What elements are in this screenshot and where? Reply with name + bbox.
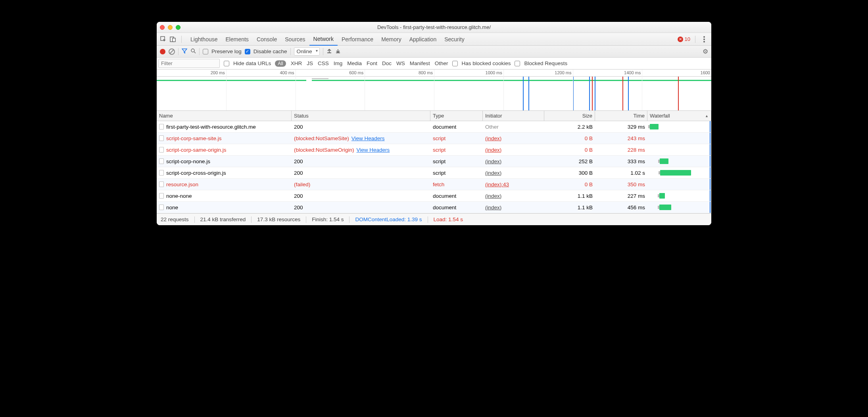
tab-performance[interactable]: Performance — [338, 33, 377, 46]
error-count: 10 — [685, 36, 690, 42]
request-type: fetch — [430, 179, 483, 190]
filter-input[interactable] — [158, 59, 220, 68]
request-size: 0 B — [544, 144, 595, 155]
column-waterfall[interactable]: Waterfall▲ — [647, 111, 711, 121]
table-row[interactable]: none-none200document(index)1.1 kB227 ms — [157, 190, 711, 202]
filter-type-manifest[interactable]: Manifest — [410, 60, 430, 66]
initiator-link: Other — [485, 124, 499, 130]
inspect-icon[interactable] — [160, 36, 167, 43]
request-status: 200 — [294, 170, 303, 176]
request-name: none-none — [166, 193, 192, 199]
request-time: 228 ms — [595, 144, 647, 155]
clear-button[interactable] — [169, 48, 175, 55]
initiator-link[interactable]: (index) — [485, 147, 501, 153]
file-icon — [159, 170, 164, 176]
request-time: 1.02 s — [595, 167, 647, 178]
blocked-requests-checkbox[interactable] — [515, 61, 520, 66]
waterfall-cell — [647, 190, 711, 201]
filter-type-doc[interactable]: Doc — [382, 60, 392, 66]
filter-type-css[interactable]: CSS — [318, 60, 329, 66]
view-headers-link[interactable]: View Headers — [357, 147, 390, 153]
filter-type-js[interactable]: JS — [307, 60, 313, 66]
download-har-icon[interactable] — [335, 48, 341, 55]
table-row[interactable]: script-corp-none.js200script(index)252 B… — [157, 156, 711, 167]
column-initiator[interactable]: Initiator — [483, 111, 544, 121]
request-size: 0 B — [544, 133, 595, 144]
initiator-link[interactable]: (index) — [485, 193, 501, 199]
record-button[interactable] — [160, 49, 165, 54]
request-time: 456 ms — [595, 202, 647, 213]
request-size: 300 B — [544, 167, 595, 178]
timeline-overview[interactable]: 200 ms400 ms600 ms800 ms1000 ms1200 ms14… — [157, 70, 711, 111]
tab-network[interactable]: Network — [309, 33, 338, 46]
initiator-link[interactable]: (index) — [485, 158, 501, 164]
request-name: script-corp-cross-origin.js — [166, 170, 226, 176]
has-blocked-cookies-checkbox[interactable] — [452, 61, 458, 66]
tab-elements[interactable]: Elements — [222, 33, 253, 46]
filter-type-xhr[interactable]: XHR — [291, 60, 302, 66]
request-size: 1.1 kB — [544, 202, 595, 213]
table-row[interactable]: script-corp-same-site.js(blocked:NotSame… — [157, 133, 711, 144]
preserve-log-checkbox[interactable] — [203, 49, 208, 54]
table-row[interactable]: script-corp-same-origin.js(blocked:NotSa… — [157, 144, 711, 156]
column-time[interactable]: Time — [595, 111, 647, 121]
table-row[interactable]: resource.json(failed)fetch(index):430 B3… — [157, 179, 711, 190]
request-type: script — [430, 167, 483, 178]
file-icon — [159, 158, 164, 164]
table-row[interactable]: first-party-test-with-resource.glitch.me… — [157, 121, 711, 133]
column-type[interactable]: Type — [430, 111, 483, 121]
search-icon[interactable] — [190, 48, 196, 55]
tab-application[interactable]: Application — [405, 33, 441, 46]
waterfall-cell — [647, 167, 711, 178]
tab-memory[interactable]: Memory — [377, 33, 405, 46]
initiator-link[interactable]: (index):43 — [485, 181, 509, 187]
view-headers-link[interactable]: View Headers — [351, 135, 385, 141]
tab-security[interactable]: Security — [440, 33, 469, 46]
status-load: Load: 1.54 s — [434, 216, 463, 222]
upload-har-icon[interactable] — [326, 48, 332, 55]
request-size: 252 B — [544, 156, 595, 167]
disable-cache-label: Disable cache — [253, 48, 287, 54]
hide-data-urls-checkbox[interactable] — [224, 61, 229, 66]
device-toolbar-icon[interactable] — [169, 36, 177, 43]
request-size: 2.2 kB — [544, 121, 595, 132]
column-size[interactable]: Size — [544, 111, 595, 121]
request-type: document — [430, 190, 483, 201]
filter-toggle-icon[interactable] — [182, 48, 187, 55]
tab-lighthouse[interactable]: Lighthouse — [186, 33, 222, 46]
waterfall-cell — [647, 179, 711, 190]
throttling-select[interactable]: Online — [294, 47, 320, 56]
filter-type-all[interactable]: All — [275, 60, 286, 67]
filter-type-ws[interactable]: WS — [396, 60, 405, 66]
filter-type-img[interactable]: Img — [334, 60, 343, 66]
table-row[interactable]: script-corp-cross-origin.js200script(ind… — [157, 167, 711, 179]
waterfall-cell — [647, 202, 711, 213]
more-menu-icon[interactable] — [703, 39, 705, 40]
filter-type-media[interactable]: Media — [347, 60, 362, 66]
request-name: script-corp-same-origin.js — [166, 147, 227, 153]
table-row[interactable]: none200document(index)1.1 kB456 ms — [157, 202, 711, 213]
initiator-link[interactable]: (index) — [485, 205, 501, 210]
timeline-tick: 1200 ms — [555, 70, 572, 75]
initiator-link[interactable]: (index) — [485, 170, 501, 176]
filter-type-font[interactable]: Font — [367, 60, 377, 66]
disable-cache-checkbox[interactable]: ✓ — [245, 49, 250, 54]
timeline-tick: 400 ms — [280, 70, 295, 75]
request-status: 200 — [294, 205, 303, 210]
waterfall-cell — [647, 144, 711, 155]
request-name: first-party-test-with-resource.glitch.me — [166, 124, 256, 130]
timeline-tick: 200 ms — [211, 70, 226, 75]
request-type: document — [430, 202, 483, 213]
initiator-link[interactable]: (index) — [485, 135, 501, 141]
tab-sources[interactable]: Sources — [281, 33, 309, 46]
tab-console[interactable]: Console — [253, 33, 281, 46]
settings-icon[interactable]: ⚙ — [703, 48, 708, 55]
column-name[interactable]: Name — [157, 111, 292, 121]
column-status[interactable]: Status — [292, 111, 430, 121]
request-type: script — [430, 156, 483, 167]
request-type: script — [430, 133, 483, 144]
status-requests: 22 requests — [161, 216, 189, 222]
filter-type-other[interactable]: Other — [435, 60, 448, 66]
error-count-badge[interactable]: ✕ 10 — [678, 36, 690, 42]
request-name: script-corp-none.js — [166, 158, 210, 164]
